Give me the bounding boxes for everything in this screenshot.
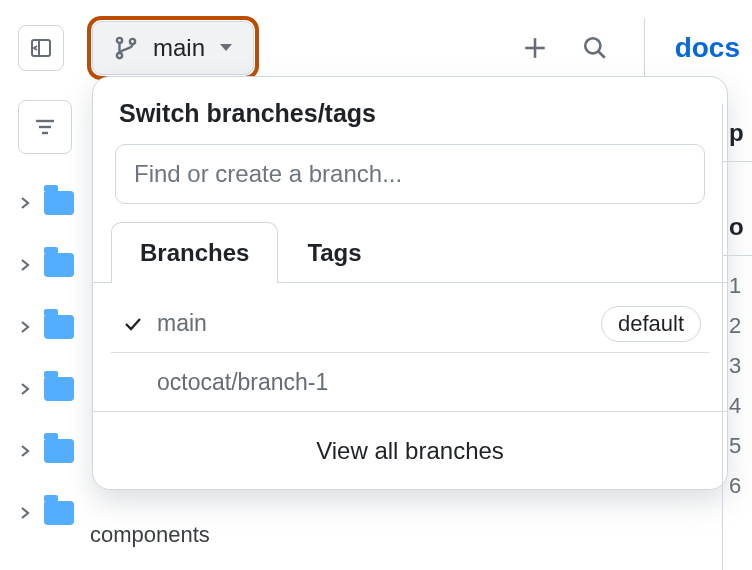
tree-item[interactable] <box>18 358 78 420</box>
branch-row[interactable]: main default <box>111 295 709 353</box>
editor-header-fragment: p <box>723 104 752 162</box>
folder-icon <box>44 439 74 463</box>
line-number: 5 <box>729 426 752 466</box>
svg-point-4 <box>130 39 135 44</box>
panel-collapse-icon <box>29 36 53 60</box>
chevron-right-icon <box>18 258 32 272</box>
tree-item[interactable] <box>18 420 78 482</box>
branch-search-input[interactable] <box>115 144 705 204</box>
branch-selector-label: main <box>153 34 205 62</box>
tree-item-label[interactable]: components <box>90 522 210 548</box>
chevron-right-icon <box>18 506 32 520</box>
chevron-right-icon <box>18 320 32 334</box>
path-segment-docs[interactable]: docs <box>675 32 740 64</box>
tab-branches[interactable]: Branches <box>111 222 278 283</box>
folder-icon <box>44 315 74 339</box>
plus-icon <box>522 35 548 61</box>
line-number: 4 <box>729 386 752 426</box>
line-number: 3 <box>729 346 752 386</box>
tab-tags[interactable]: Tags <box>278 222 390 283</box>
tree-item[interactable] <box>18 482 78 544</box>
check-icon <box>119 314 147 334</box>
search-icon <box>582 35 608 61</box>
svg-point-2 <box>117 38 122 43</box>
line-number: 1 <box>729 266 752 306</box>
folder-icon <box>44 377 74 401</box>
line-number: 2 <box>729 306 752 346</box>
folder-icon <box>44 191 74 215</box>
branch-switch-popover: Switch branches/tags Branches Tags main … <box>92 76 728 490</box>
folder-icon <box>44 501 74 525</box>
editor-pane-fragment: p o 1 2 3 4 5 6 <box>722 104 752 570</box>
collapse-panel-button[interactable] <box>18 25 64 71</box>
git-branch-icon <box>113 35 139 61</box>
search-button[interactable] <box>570 23 620 73</box>
tree-item[interactable] <box>18 234 78 296</box>
filter-icon <box>33 115 57 139</box>
add-button[interactable] <box>510 23 560 73</box>
chevron-right-icon <box>18 444 32 458</box>
default-badge: default <box>601 306 701 342</box>
divider <box>644 18 645 78</box>
svg-line-8 <box>598 51 605 58</box>
svg-point-3 <box>117 53 122 58</box>
folder-icon <box>44 253 74 277</box>
chevron-right-icon <box>18 382 32 396</box>
branch-selector-button[interactable]: main <box>92 21 254 75</box>
branch-name: main <box>157 310 207 337</box>
caret-down-icon <box>219 43 233 53</box>
file-tree <box>18 172 78 544</box>
branch-row[interactable]: octocat/branch-1 <box>111 353 709 411</box>
tree-item[interactable] <box>18 296 78 358</box>
line-gutter: 1 2 3 4 5 6 <box>723 256 752 506</box>
view-all-branches-link[interactable]: View all branches <box>93 411 727 489</box>
editor-subheader-fragment: o <box>723 162 752 256</box>
chevron-right-icon <box>18 196 32 210</box>
tree-item[interactable] <box>18 172 78 234</box>
popover-title: Switch branches/tags <box>93 77 727 144</box>
svg-point-7 <box>585 38 600 53</box>
line-number: 6 <box>729 466 752 506</box>
branch-name: octocat/branch-1 <box>157 369 328 396</box>
filter-button[interactable] <box>18 100 72 154</box>
